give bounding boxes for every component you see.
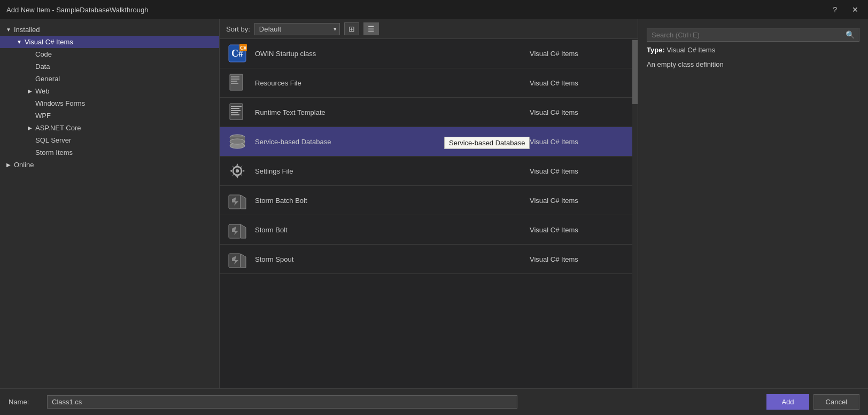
sidebar-item-code[interactable]: Code <box>0 48 219 60</box>
list-item[interactable]: C# C# OWIN Startup classVisual C# Items <box>220 39 632 68</box>
svg-rect-11 <box>231 108 239 109</box>
list-item[interactable]: Service-based DatabaseVisual C# ItemsSer… <box>220 127 632 156</box>
sidebar-item-label: Windows Forms <box>35 99 85 107</box>
sidebar-item-visual-c-items[interactable]: ▼ Visual C# Items <box>0 36 219 48</box>
name-input[interactable] <box>47 395 517 409</box>
item-category: Visual C# Items <box>530 226 626 234</box>
database-icon <box>226 130 249 153</box>
sort-label: Sort by: <box>226 25 250 33</box>
storm-icon <box>226 218 249 241</box>
svg-rect-7 <box>231 81 237 82</box>
item-name: Storm Batch Bolt <box>255 197 530 205</box>
list-item[interactable]: Resources FileVisual C# Items <box>220 68 632 98</box>
sidebar-item-sql-server[interactable]: SQL Server <box>0 134 219 146</box>
storm-icon <box>226 248 249 270</box>
list-item[interactable]: Runtime Text TemplateVisual C# Items <box>220 98 632 127</box>
chevron-expand-icon: ▶ <box>4 162 13 168</box>
type-description: An empty class definition <box>647 60 859 68</box>
chevron-expand-icon: ▶ <box>26 125 34 131</box>
sidebar-item-label: Visual C# Items <box>25 38 73 46</box>
svg-point-22 <box>236 169 239 173</box>
sidebar-item-storm-items[interactable]: Storm Items <box>0 146 219 159</box>
svg-rect-10 <box>231 106 242 107</box>
item-category: Visual C# Items <box>530 167 626 175</box>
search-input[interactable] <box>647 29 841 41</box>
type-value: Visual C# Items <box>666 46 715 54</box>
scrollbar-thumb[interactable] <box>632 40 638 104</box>
settings-icon <box>226 160 249 182</box>
dialog-content: ▼ Installed ▼ Visual C# Items Code Data … <box>0 19 868 388</box>
svg-point-18 <box>230 139 245 144</box>
csharp-icon: C# C# <box>226 42 249 65</box>
close-button[interactable]: ✕ <box>849 4 862 15</box>
sidebar-item-wpf[interactable]: WPF <box>0 109 219 122</box>
center-panel: Sort by: Default Name Type ⊞ ☰ C# C# OWI… <box>219 19 638 388</box>
item-name: Storm Spout <box>255 255 530 263</box>
item-category: Visual C# Items <box>530 197 626 205</box>
item-category: Visual C# Items <box>530 50 626 58</box>
sidebar-item-online[interactable]: ▶ Online <box>0 159 219 171</box>
title-bar: Add New Item - SampleDatabaseWalkthrough… <box>0 0 868 19</box>
item-category: Visual C# Items <box>530 255 626 263</box>
grid-view-button[interactable]: ⊞ <box>344 22 359 35</box>
item-name: Runtime Text Template <box>255 108 530 116</box>
svg-rect-12 <box>231 110 241 111</box>
toolbar: Sort by: Default Name Type ⊞ ☰ <box>220 19 638 39</box>
sidebar-item-asp-net-core[interactable]: ▶ ASP.NET Core <box>0 122 219 134</box>
name-label: Name: <box>9 398 41 406</box>
add-button[interactable]: Add <box>766 394 809 410</box>
chevron-expand-icon: ▶ <box>26 88 34 94</box>
sidebar-item-label: Data <box>35 62 50 71</box>
scrollbar[interactable] <box>632 39 638 388</box>
item-list: C# C# OWIN Startup classVisual C# Items … <box>220 39 632 388</box>
sort-dropdown[interactable]: Default Name Type <box>254 23 340 35</box>
sidebar-item-label: Code <box>35 50 52 58</box>
svg-rect-13 <box>231 112 238 113</box>
title-bar-controls: ? ✕ <box>830 4 862 15</box>
search-icon-button[interactable]: 🔍 <box>841 28 859 41</box>
list-item[interactable]: Storm SpoutVisual C# Items <box>220 245 632 274</box>
item-category: Visual C# Items <box>530 79 626 87</box>
item-name: OWIN Startup class <box>255 50 530 58</box>
list-item[interactable]: Storm Batch BoltVisual C# Items <box>220 186 632 215</box>
bottom-bar: Name: Add Cancel <box>0 388 868 415</box>
item-name: Storm Bolt <box>255 226 530 234</box>
sidebar-item-label: WPF <box>35 112 51 120</box>
sidebar-item-data[interactable]: Data <box>0 60 219 73</box>
text-template-icon <box>226 101 249 123</box>
dialog-title: Add New Item - SampleDatabaseWalkthrough <box>6 6 148 14</box>
sidebar-item-label: ASP.NET Core <box>35 124 81 132</box>
type-key: Type: <box>647 46 665 54</box>
sidebar-item-general[interactable]: General <box>0 73 219 85</box>
item-category: Visual C# Items <box>530 138 626 146</box>
sidebar-item-installed[interactable]: ▼ Installed <box>0 24 219 36</box>
svg-text:C#: C# <box>240 45 246 51</box>
item-name: Resources File <box>255 79 530 87</box>
chevron-icon: ▼ <box>4 27 13 33</box>
sidebar-item-label: Installed <box>14 26 40 34</box>
action-buttons: Add Cancel <box>766 394 859 410</box>
sidebar-item-label: Storm Items <box>35 148 73 156</box>
sidebar-item-web[interactable]: ▶ Web <box>0 85 219 97</box>
sidebar-item-label: General <box>35 75 60 83</box>
type-info: Type: Visual C# Items <box>647 46 859 54</box>
list-item[interactable]: Storm BoltVisual C# Items <box>220 215 632 245</box>
list-view-button[interactable]: ☰ <box>363 22 379 35</box>
list-item[interactable]: Settings FileVisual C# Items <box>220 156 632 186</box>
item-category: Visual C# Items <box>530 108 626 116</box>
sort-dropdown-wrapper[interactable]: Default Name Type <box>254 23 340 35</box>
help-button[interactable]: ? <box>830 4 840 15</box>
item-name: Service-based Database <box>255 138 530 146</box>
sidebar-item-label: Online <box>14 161 34 169</box>
sidebar-item-windows-forms[interactable]: Windows Forms <box>0 97 219 109</box>
sidebar-item-label: Web <box>35 87 50 95</box>
sidebar-item-label: SQL Server <box>35 136 71 144</box>
search-bar: 🔍 <box>647 28 859 42</box>
chevron-icon: ▼ <box>15 39 24 45</box>
item-list-container: C# C# OWIN Startup classVisual C# Items … <box>220 39 638 388</box>
cancel-button[interactable]: Cancel <box>813 394 859 410</box>
sidebar: ▼ Installed ▼ Visual C# Items Code Data … <box>0 19 219 388</box>
item-name: Settings File <box>255 167 530 175</box>
right-panel: 🔍 Type: Visual C# Items An empty class d… <box>638 19 868 388</box>
svg-rect-14 <box>231 114 239 115</box>
